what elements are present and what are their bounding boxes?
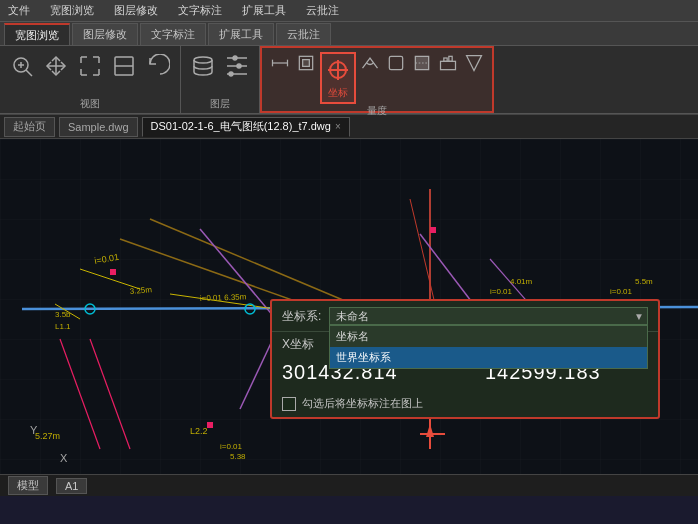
a1-tab[interactable]: A1 (56, 478, 87, 494)
coord-icon (324, 56, 352, 84)
svg-text:3.5b: 3.5b (55, 310, 71, 319)
coord-select-container: 未命名 ▼ 坐标名 世界坐标系 (329, 307, 648, 325)
svg-line-1 (26, 70, 32, 76)
single-viewport-icon[interactable] (108, 50, 140, 82)
area-icon[interactable] (294, 52, 318, 74)
svg-rect-21 (449, 56, 452, 61)
tab-text-annotation[interactable]: 文字标注 (140, 23, 206, 45)
svg-point-7 (229, 72, 233, 76)
svg-rect-20 (444, 58, 447, 61)
menu-text-annotation[interactable]: 文字标注 (174, 1, 226, 20)
zoom-icon[interactable] (6, 50, 38, 82)
fullscreen-icon[interactable] (74, 50, 106, 82)
coord-option-world[interactable]: 世界坐标系 (330, 347, 647, 368)
coord-x-label: X坐标 (282, 336, 322, 353)
coord-footer: 勾选后将坐标标注在图上 (272, 392, 658, 417)
tab-extension[interactable]: 扩展工具 (208, 23, 274, 45)
layer-manager-icon[interactable] (187, 50, 219, 82)
svg-text:4.01m: 4.01m (510, 277, 533, 286)
regen-icon[interactable] (142, 50, 174, 82)
coord-checkbox-label: 勾选后将坐标标注在图上 (302, 396, 423, 411)
coord-option-name[interactable]: 坐标名 (330, 326, 647, 347)
layer-tools-icon[interactable] (221, 50, 253, 82)
start-tab[interactable]: 起始页 (4, 117, 55, 137)
ribbon-group-view: 视图 (0, 46, 181, 113)
svg-text:i=0.01  6.35m: i=0.01 6.35m (200, 292, 247, 303)
svg-text:X: X (60, 452, 68, 464)
svg-text:L1.1: L1.1 (55, 322, 71, 331)
svg-text:i=0.01: i=0.01 (220, 442, 243, 451)
svg-text:i=0.01: i=0.01 (610, 287, 633, 296)
coord-system-label: 坐标系: (282, 308, 321, 325)
svg-rect-45 (110, 269, 116, 275)
svg-text:i=0.01: i=0.01 (490, 287, 513, 296)
menu-file[interactable]: 文件 (4, 1, 34, 20)
dwg-tab[interactable]: DS01-02-1-6_电气图纸(12.8)_t7.dwg × (142, 117, 350, 137)
layer-icons-row (187, 50, 253, 82)
ribbon-body: 视图 (0, 46, 698, 114)
svg-text:5.27m: 5.27m (35, 431, 60, 441)
ribbon-tabs: 宽图浏览 图层修改 文字标注 扩展工具 云批注 (0, 22, 698, 46)
ribbon-group-measure: 坐标 (260, 46, 494, 113)
status-bar: 模型 A1 (0, 474, 698, 496)
distance-icon[interactable] (268, 52, 292, 74)
menu-wide-view[interactable]: 宽图浏览 (46, 1, 98, 20)
svg-rect-17 (389, 56, 402, 69)
menu-cloud[interactable]: 云批注 (302, 1, 343, 20)
svg-text:L2.2: L2.2 (190, 426, 208, 436)
solid-icon[interactable] (384, 52, 408, 74)
coord-dialog: 坐标系: 未命名 ▼ 坐标名 世界坐标系 X坐标 Y坐标 301432.814 … (270, 299, 660, 419)
menu-bar: 文件 宽图浏览 图层修改 文字标注 扩展工具 云批注 (0, 0, 698, 22)
sample-tab[interactable]: Sample.dwg (59, 117, 138, 137)
measure-group-label: 量度 (367, 104, 387, 120)
svg-text:Y: Y (30, 424, 38, 436)
dwg-tab-name: DS01-02-1-6_电气图纸(12.8)_t7.dwg (151, 119, 331, 134)
view-icons-row (6, 50, 174, 82)
svg-point-6 (194, 57, 212, 63)
ribbon-group-layer: 图层 (181, 46, 260, 113)
coord-label: 坐标 (328, 86, 348, 100)
dwg-tab-close[interactable]: × (335, 121, 341, 132)
svg-rect-19 (441, 61, 456, 69)
coord-system-select[interactable]: 未命名 (329, 307, 648, 325)
coord-dialog-header: 坐标系: 未命名 ▼ 坐标名 世界坐标系 (272, 301, 658, 332)
toolbar-container: 文件 宽图浏览 图层修改 文字标注 扩展工具 云批注 宽图浏览 图层修改 文字标… (0, 0, 698, 115)
fill-icon[interactable] (410, 52, 434, 74)
measure-icons-row: 坐标 (268, 52, 486, 104)
measure-area-icon[interactable] (462, 52, 486, 74)
svg-text:5.38: 5.38 (230, 452, 246, 461)
layer-group-label: 图层 (210, 97, 230, 113)
view-group-label: 视图 (80, 97, 100, 113)
svg-rect-47 (207, 422, 213, 428)
tab-layer-edit[interactable]: 图层修改 (72, 23, 138, 45)
menu-extension[interactable]: 扩展工具 (238, 1, 290, 20)
pan-icon[interactable] (40, 50, 72, 82)
coord-dropdown: 坐标名 世界坐标系 (329, 325, 648, 369)
svg-text:5.5m: 5.5m (635, 277, 653, 286)
svg-point-8 (237, 64, 241, 68)
svg-rect-46 (430, 227, 436, 233)
tab-cloud[interactable]: 云批注 (276, 23, 331, 45)
angle-icon[interactable] (358, 52, 382, 74)
menu-layer-edit[interactable]: 图层修改 (110, 1, 162, 20)
elevation-icon[interactable] (436, 52, 460, 74)
coord-checkbox[interactable] (282, 397, 296, 411)
coord-button[interactable]: 坐标 (320, 52, 356, 104)
cad-canvas: ⊕ ↔ ⊡ ⊟ (0, 139, 698, 474)
tab-strip: 起始页 Sample.dwg DS01-02-1-6_电气图纸(12.8)_t7… (0, 115, 698, 139)
model-tab[interactable]: 模型 (8, 476, 48, 495)
tab-wide-view[interactable]: 宽图浏览 (4, 23, 70, 45)
svg-point-9 (233, 56, 237, 60)
